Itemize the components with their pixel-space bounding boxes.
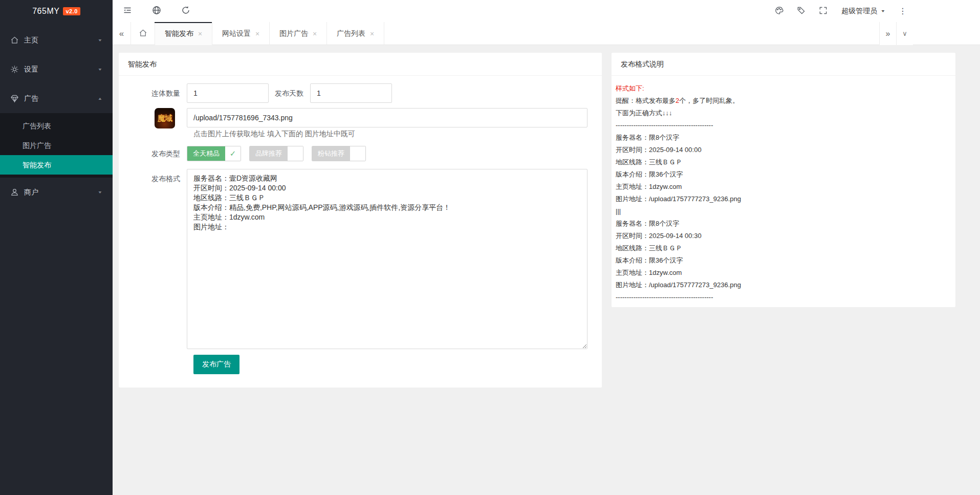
- tab-ad-list[interactable]: 广告列表 ×: [327, 22, 384, 45]
- help-style-note: 样式如下:: [616, 82, 948, 95]
- qty-label: 连体数量: [119, 83, 187, 103]
- publish-type-label: 发布类型: [119, 146, 187, 161]
- tab-label: 智能发布: [165, 29, 193, 38]
- app-logo-text: 765MY: [32, 7, 59, 16]
- app-logo: 765MY v2.0: [0, 0, 113, 22]
- tab-label: 图片广告: [279, 29, 308, 38]
- tab-smart-publish[interactable]: 智能发布 ×: [155, 22, 212, 45]
- tab-actions-button[interactable]: ∨: [896, 22, 913, 45]
- sidebar-item-settings[interactable]: 设置 ▼: [0, 55, 113, 84]
- refresh-button[interactable]: [171, 0, 200, 22]
- caret-down-icon: ▼: [98, 38, 103, 42]
- close-icon[interactable]: ×: [370, 30, 374, 37]
- user-menu[interactable]: 超级管理员 ▼: [834, 0, 892, 22]
- days-input[interactable]: [310, 83, 392, 103]
- qty-input[interactable]: [187, 83, 269, 103]
- sidebar-item-ads[interactable]: 广告 ▲: [0, 84, 113, 113]
- user-name: 超级管理员: [841, 7, 877, 16]
- scroll-tabs-right-button[interactable]: »: [879, 22, 896, 45]
- sidebar-item-label: 广告: [24, 94, 98, 103]
- type-option-label: 全天精品: [187, 146, 225, 161]
- help-example-line: 主页地址：1dzyw.com: [616, 181, 948, 193]
- sidebar-item-label: 主页: [24, 36, 98, 45]
- refresh-icon: [181, 6, 190, 16]
- sidebar-subitem-smart-publish[interactable]: 智能发布: [0, 155, 113, 175]
- hamburger-icon: [123, 6, 132, 16]
- sidebar: 765MY v2.0 主页 ▼ 设置 ▼ 广告 ▲ 广告列表 图片广: [0, 0, 113, 495]
- sidebar-item-home[interactable]: 主页 ▼: [0, 26, 113, 55]
- caret-up-icon: ▲: [98, 97, 103, 101]
- qty-days-row: 连体数量 发布天数: [119, 83, 602, 103]
- game-logo-text: 魔域: [158, 114, 172, 123]
- home-icon: [139, 29, 147, 39]
- help-example-line: 版本介绍：限36个汉字: [616, 168, 948, 181]
- type-option-label: 粉钻推荐: [312, 146, 350, 161]
- help-example-line: 地区线路：三线ＢＧＰ: [616, 156, 948, 168]
- site-home-button[interactable]: [142, 0, 171, 22]
- help-divider: ----------------------------------------…: [616, 119, 948, 132]
- collapse-sidebar-button[interactable]: [113, 0, 142, 22]
- help-separator: |||: [616, 205, 948, 218]
- image-row: 魔域: [119, 108, 602, 128]
- publish-ad-button[interactable]: 发布广告: [193, 355, 239, 374]
- more-menu-button[interactable]: ⋮: [892, 6, 913, 16]
- help-notice: 提醒：格式发布最多2个，多了时间乱象。: [616, 95, 948, 107]
- close-icon[interactable]: ×: [198, 30, 202, 37]
- days-label: 发布天数: [275, 83, 310, 103]
- sidebar-item-merchant[interactable]: 商户 ▼: [0, 178, 113, 207]
- theme-button[interactable]: [768, 0, 790, 22]
- upload-image-thumbnail[interactable]: 魔域: [155, 108, 175, 128]
- smart-publish-card: 智能发布 连体数量 发布天数 魔域 点击图片上传获取地址 填入下面的 图片地址中…: [119, 53, 602, 388]
- close-icon[interactable]: ×: [313, 30, 317, 37]
- help-example-line: 服务器名：限8个汉字: [616, 218, 948, 230]
- gear-icon: [10, 65, 19, 74]
- card-title: 智能发布: [119, 53, 602, 76]
- image-path-input[interactable]: [187, 108, 587, 127]
- help-example-line: 版本介绍：限36个汉字: [616, 254, 948, 267]
- type-option-premium[interactable]: 全天精品 ✓: [187, 146, 241, 161]
- sidebar-subitem-ad-list[interactable]: 广告列表: [0, 116, 113, 136]
- user-icon: [10, 188, 19, 197]
- fullscreen-button[interactable]: [812, 0, 834, 22]
- kebab-icon: ⋮: [899, 7, 907, 15]
- tab-image-ads[interactable]: 图片广告 ×: [270, 22, 327, 45]
- home-icon: [10, 36, 19, 45]
- help-divider: ----------------------------------------…: [616, 291, 948, 304]
- close-icon[interactable]: ×: [255, 30, 259, 37]
- help-example-line: 开区时间：2025-09-14 00:00: [616, 144, 948, 156]
- ads-submenu: 广告列表 图片广告 智能发布: [0, 113, 113, 178]
- publish-format-label: 发布格式: [119, 169, 187, 184]
- tab-label: 广告列表: [337, 29, 365, 38]
- type-option-brand[interactable]: 品牌推荐: [249, 146, 303, 161]
- tab-site-settings[interactable]: 网站设置 ×: [212, 22, 270, 45]
- sidebar-item-label: 设置: [24, 65, 98, 74]
- tag-button[interactable]: [790, 0, 812, 22]
- help-example-line: 服务器名：限8个汉字: [616, 132, 948, 144]
- help-example-line: 主页地址：1dzyw.com: [616, 267, 948, 279]
- top-bar: 超级管理员 ▼ ⋮: [113, 0, 980, 22]
- checkbox-empty: [288, 146, 303, 161]
- scroll-tabs-left-button[interactable]: «: [113, 22, 131, 45]
- type-option-pink-diamond[interactable]: 粉钻推荐: [312, 146, 366, 161]
- help-example-line: 图片地址：/upload/1757777273_9236.png: [616, 193, 948, 205]
- tab-bar: « 智能发布 × 网站设置 × 图片广告 × 广告列表 × » ∨: [113, 22, 980, 45]
- tab-home[interactable]: [131, 22, 155, 45]
- format-help-card: 发布格式说明 样式如下: 提醒：格式发布最多2个，多了时间乱象。 下面为正确方式…: [612, 53, 955, 307]
- help-example-line: 图片地址：/upload/1757777273_9236.png: [616, 279, 948, 291]
- checkbox-empty: [350, 146, 365, 161]
- publish-format-textarea[interactable]: 服务器名：壹D资源收藏网 开区时间：2025-09-14 00:00 地区线路：…: [187, 169, 587, 349]
- globe-icon: [152, 6, 161, 16]
- gem-badge-icon: [10, 94, 19, 103]
- sidebar-item-label: 商户: [24, 188, 98, 197]
- help-correct-line: 下面为正确方式↓↓↓: [616, 107, 948, 119]
- help-title: 发布格式说明: [612, 53, 955, 76]
- publish-type-row: 发布类型 全天精品 ✓ 品牌推荐 粉钻推荐: [119, 146, 602, 161]
- palette-icon: [775, 6, 783, 16]
- caret-down-icon: ▼: [98, 190, 103, 195]
- caret-down-icon: ▼: [881, 9, 886, 13]
- help-example-line: 开区时间：2025-09-14 00:30: [616, 230, 948, 242]
- version-badge: v2.0: [63, 7, 80, 15]
- fullscreen-icon: [819, 6, 827, 16]
- publish-format-row: 发布格式 服务器名：壹D资源收藏网 开区时间：2025-09-14 00:00 …: [119, 169, 602, 349]
- sidebar-subitem-image-ads[interactable]: 图片广告: [0, 136, 113, 155]
